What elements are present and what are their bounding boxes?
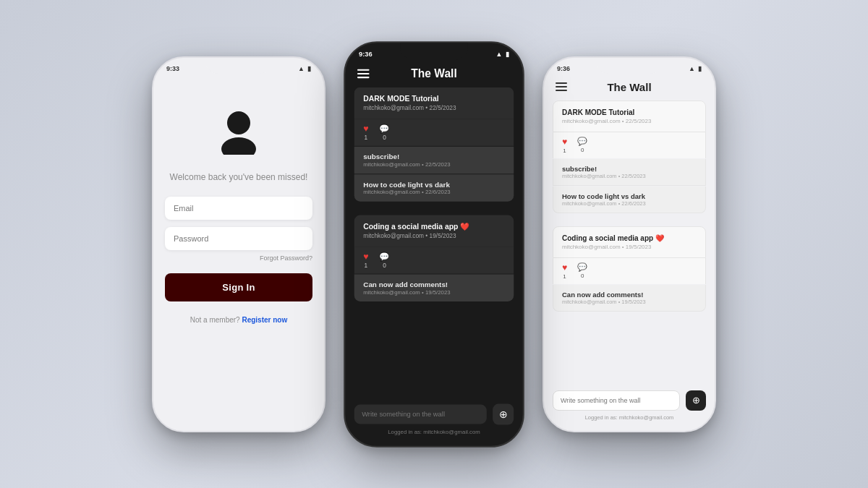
register-text: Not a member? Register now bbox=[190, 316, 288, 324]
post-actions-2-light: ♥ 1 💬 0 bbox=[553, 258, 706, 284]
comment-action-2-dark[interactable]: 💬 0 bbox=[379, 251, 390, 268]
phone-notch-light2 bbox=[597, 58, 662, 74]
heart-icon-1-light: ♥ bbox=[562, 137, 567, 147]
logged-in-light: Logged in as: mitchkoko@gmail.com bbox=[544, 414, 715, 421]
comment-action-1-light[interactable]: 💬 0 bbox=[577, 137, 587, 153]
reply-1-dark: subscribe! mitchkoko@gmail.com • 22/5/20… bbox=[354, 146, 514, 173]
send-button-light[interactable]: ⊕ bbox=[686, 390, 706, 411]
post-title-2-dark: Coding a social media app ❤️ bbox=[363, 222, 505, 230]
reply-2-dark: How to code light vs dark mitchkoko@gmai… bbox=[354, 174, 514, 201]
logged-in-dark: Logged in as: mitchkoko@gmail.com bbox=[345, 428, 522, 435]
phone-notch bbox=[206, 58, 271, 74]
svg-point-0 bbox=[227, 111, 250, 134]
post-meta-2-dark: mitchkoko@gmail.com • 19/5/2023 bbox=[363, 232, 505, 239]
post-actions-2-dark: ♥ 1 💬 0 bbox=[354, 247, 514, 273]
comment-count-2-dark: 0 bbox=[383, 262, 386, 268]
comment-action-1-dark[interactable]: 💬 0 bbox=[379, 124, 390, 141]
posts-area-dark: DARK MODE Tutorial mitchkoko@gmail.com •… bbox=[345, 87, 522, 414]
forgot-password: Forgot Password? bbox=[165, 254, 312, 262]
phone-notch-dark bbox=[400, 43, 468, 59]
comment-icon-1-light: 💬 bbox=[577, 137, 587, 146]
status-icons-dark: ▲ ▮ bbox=[495, 50, 509, 57]
reply-3-light: Can now add comments! mitchkoko@gmail.co… bbox=[553, 285, 706, 312]
footer-inner-light: ⊕ bbox=[553, 390, 706, 411]
register-link[interactable]: Register now bbox=[242, 316, 287, 324]
like-action-1-light[interactable]: ♥ 1 bbox=[562, 137, 567, 154]
posts-area-light: DARK MODE Tutorial mitchkoko@gmail.com •… bbox=[544, 100, 715, 401]
sign-in-button[interactable]: Sign In bbox=[165, 273, 312, 301]
wifi-icon-dark: ▲ bbox=[495, 50, 502, 57]
post-meta-1-light: mitchkoko@gmail.com • 22/5/2023 bbox=[562, 118, 697, 124]
post-group-1-dark: DARK MODE Tutorial mitchkoko@gmail.com •… bbox=[354, 87, 514, 201]
post-group-2-dark: Coding a social media app ❤️ mitchkoko@g… bbox=[354, 215, 514, 301]
heart-icon-1-dark: ♥ bbox=[363, 123, 368, 134]
svg-point-1 bbox=[221, 137, 256, 155]
comment-icon-2-light: 💬 bbox=[577, 262, 587, 272]
phone-login: 9:33 ▲ ▮ Welcome back you've been missed… bbox=[152, 56, 326, 432]
avatar-icon bbox=[213, 104, 264, 155]
post-main-2-dark: Coding a social media app ❤️ mitchkoko@g… bbox=[354, 215, 514, 247]
post-meta-1-dark: mitchkoko@gmail.com • 22/5/2023 bbox=[363, 104, 505, 111]
like-count-1-light: 1 bbox=[563, 147, 566, 154]
reply-3-dark: Can now add comments! mitchkoko@gmail.co… bbox=[354, 274, 514, 301]
wall-title-light: The Wall bbox=[607, 81, 651, 93]
like-count-1-dark: 1 bbox=[365, 134, 368, 141]
like-count-2-dark: 1 bbox=[365, 262, 368, 268]
wall-footer-light: ⊕ bbox=[544, 390, 715, 411]
comment-count-1-dark: 0 bbox=[383, 134, 386, 140]
post-main-1-dark: DARK MODE Tutorial mitchkoko@gmail.com •… bbox=[354, 87, 514, 119]
comment-count-1-light: 0 bbox=[581, 147, 584, 153]
wall-footer-dark: ⊕ bbox=[345, 403, 522, 424]
menu-icon-light[interactable] bbox=[556, 82, 567, 91]
like-count-2-light: 1 bbox=[563, 273, 566, 280]
heart-icon-2-dark: ♥ bbox=[363, 251, 368, 262]
comment-action-2-light[interactable]: 💬 0 bbox=[577, 262, 587, 279]
post-main-1-light: DARK MODE Tutorial mitchkoko@gmail.com •… bbox=[553, 100, 706, 132]
wall-header-dark: The Wall bbox=[345, 61, 522, 87]
post-main-2-light: Coding a social media app ❤️ mitchkoko@g… bbox=[553, 226, 706, 258]
like-action-2-dark[interactable]: ♥ 1 bbox=[363, 251, 368, 269]
phone-dark-wall: 9:36 ▲ ▮ The Wall DARK MODE Tutorial mit… bbox=[344, 41, 524, 448]
post-title-1-light: DARK MODE Tutorial bbox=[562, 108, 697, 116]
email-input[interactable] bbox=[165, 197, 312, 220]
comment-icon-1-dark: 💬 bbox=[379, 124, 390, 134]
phone-light-wall: 9:36 ▲ ▮ The Wall DARK MODE Tutorial mit… bbox=[542, 56, 716, 432]
wall-title-dark: The Wall bbox=[411, 67, 457, 80]
post-actions-1-dark: ♥ 1 💬 0 bbox=[354, 119, 514, 145]
wifi-icon-light2: ▲ bbox=[689, 65, 695, 72]
send-button-dark[interactable]: ⊕ bbox=[493, 403, 514, 424]
comment-icon-2-dark: 💬 bbox=[379, 251, 390, 261]
status-time-light2: 9:36 bbox=[557, 65, 570, 72]
status-time: 9:33 bbox=[166, 65, 179, 72]
wall-input-dark[interactable] bbox=[354, 404, 487, 424]
reply-1-light: subscribe! mitchkoko@gmail.com • 22/5/20… bbox=[553, 159, 706, 186]
heart-icon-2-light: ♥ bbox=[562, 262, 567, 273]
wifi-icon: ▲ bbox=[298, 65, 305, 72]
battery-icon-dark: ▮ bbox=[506, 50, 509, 57]
avatar-container bbox=[213, 104, 264, 155]
footer-inner-dark: ⊕ bbox=[354, 403, 514, 424]
wall-input-light[interactable] bbox=[553, 390, 680, 411]
like-action-2-light[interactable]: ♥ 1 bbox=[562, 262, 567, 280]
menu-icon-dark[interactable] bbox=[357, 69, 370, 77]
battery-icon: ▮ bbox=[307, 65, 311, 72]
post-meta-2-light: mitchkoko@gmail.com • 19/5/2023 bbox=[562, 244, 697, 250]
wall-header-light: The Wall bbox=[544, 75, 715, 100]
status-time-dark: 9:36 bbox=[359, 50, 373, 57]
welcome-text: Welcome back you've been missed! bbox=[170, 172, 308, 182]
login-screen: Welcome back you've been missed! Forgot … bbox=[153, 75, 324, 425]
post-title-2-light: Coding a social media app ❤️ bbox=[562, 234, 697, 242]
post-group-1-light: DARK MODE Tutorial mitchkoko@gmail.com •… bbox=[553, 100, 706, 213]
password-input[interactable] bbox=[165, 227, 312, 250]
like-action-1-dark[interactable]: ♥ 1 bbox=[363, 123, 368, 141]
status-icons-light2: ▲ ▮ bbox=[689, 65, 702, 72]
post-group-2-light: Coding a social media app ❤️ mitchkoko@g… bbox=[553, 226, 706, 312]
status-icons: ▲ ▮ bbox=[298, 65, 311, 72]
post-title-1-dark: DARK MODE Tutorial bbox=[363, 95, 505, 103]
post-actions-1-light: ♥ 1 💬 0 bbox=[553, 132, 706, 158]
battery-icon-light2: ▮ bbox=[698, 65, 702, 72]
comment-count-2-light: 0 bbox=[581, 273, 584, 279]
reply-2-light: How to code light vs dark mitchkoko@gmai… bbox=[553, 187, 706, 213]
